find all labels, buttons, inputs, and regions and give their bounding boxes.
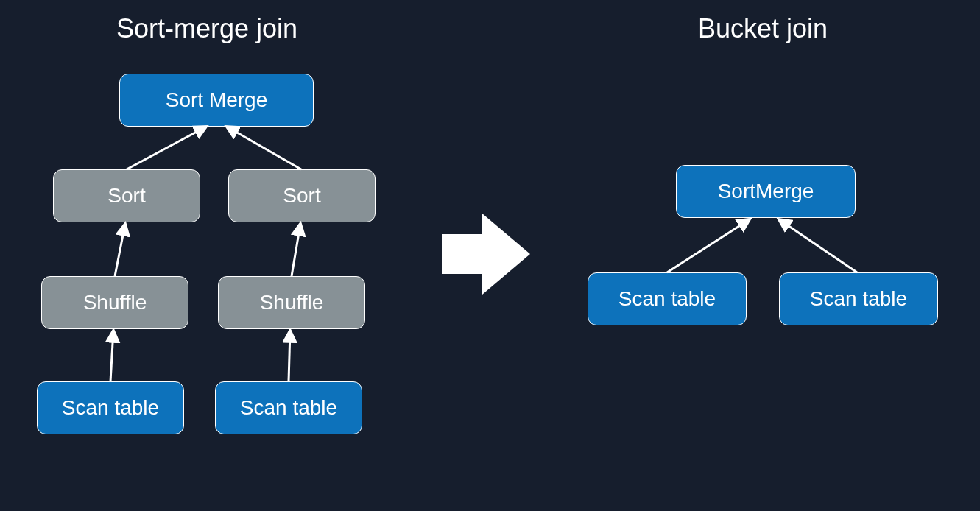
- node-bucket-scan-right: Scan table: [779, 272, 938, 325]
- svg-line-6: [667, 219, 750, 272]
- svg-line-7: [779, 219, 857, 272]
- left-diagram-title: Sort-merge join: [116, 13, 297, 44]
- node-shuffle-right: Shuffle: [218, 276, 365, 329]
- svg-line-4: [110, 331, 113, 381]
- node-sort-merge: Sort Merge: [119, 74, 314, 127]
- diagram-stage: Sort-merge join Bucket join Sort Merge S…: [0, 0, 980, 511]
- node-sort-right: Sort: [228, 169, 376, 222]
- svg-line-2: [115, 224, 125, 276]
- svg-line-0: [127, 127, 206, 169]
- node-shuffle-left: Shuffle: [41, 276, 188, 329]
- node-sort-left: Sort: [53, 169, 200, 222]
- svg-line-5: [289, 331, 290, 381]
- right-diagram-title: Bucket join: [698, 13, 828, 44]
- svg-line-1: [227, 127, 301, 169]
- node-bucket-sort-merge: SortMerge: [676, 165, 856, 218]
- svg-line-3: [292, 224, 300, 276]
- node-scan-table-left: Scan table: [37, 381, 184, 434]
- svg-marker-8: [442, 214, 530, 295]
- node-scan-table-right: Scan table: [215, 381, 362, 434]
- transition-arrow-icon: [442, 214, 530, 295]
- node-bucket-scan-left: Scan table: [588, 272, 747, 325]
